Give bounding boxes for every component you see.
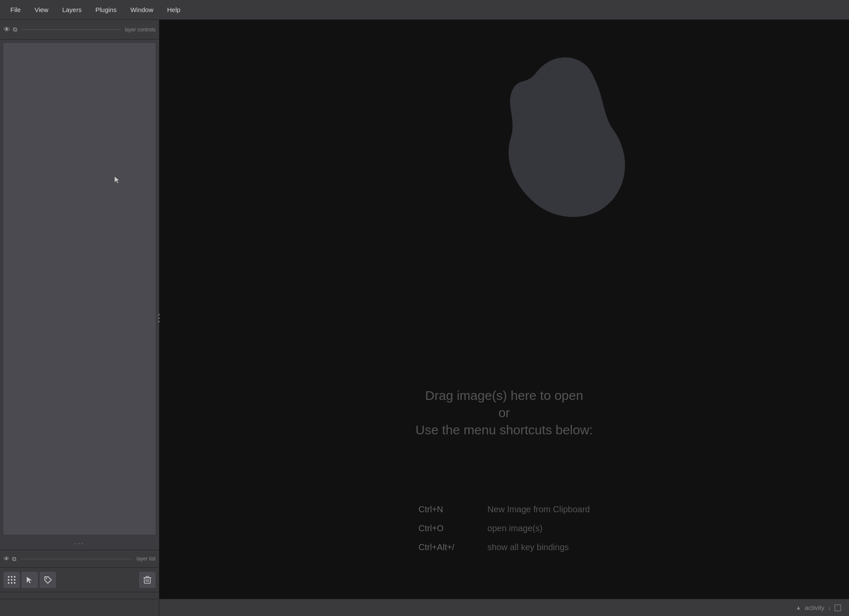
resize-dot — [158, 317, 160, 319]
delete-layer-button[interactable] — [139, 572, 155, 588]
shortcut-key-new: Ctrl+N — [419, 500, 479, 519]
resize-dot — [158, 314, 160, 316]
svg-point-7 — [8, 582, 9, 584]
svg-rect-14 — [146, 576, 149, 578]
svg-marker-10 — [27, 577, 32, 583]
menubar: File View Layers Plugins Window Help — [0, 0, 849, 20]
svg-point-2 — [11, 576, 12, 578]
activity-label[interactable]: activity — [805, 604, 824, 611]
tag-icon — [44, 576, 52, 584]
menu-view[interactable]: View — [28, 3, 54, 16]
cursor-icon — [115, 176, 120, 183]
layer-canvas — [3, 43, 155, 535]
trash-icon — [143, 576, 151, 584]
shortcut-key-open: Ctrl+O — [419, 519, 479, 538]
canvas-area[interactable]: Drag image(s) here to open or Use the me… — [159, 20, 849, 616]
menu-plugins[interactable]: Plugins — [89, 3, 122, 16]
resize-dot — [158, 321, 160, 322]
shortcut-row-new: Ctrl+N New Image from Clipboard — [419, 500, 590, 519]
layer-list-duplicate-icon[interactable]: ⧉ — [12, 555, 16, 563]
select-arrow-icon — [26, 576, 34, 584]
tag-tool-button[interactable] — [40, 572, 56, 588]
left-panel: 👁 ⧉ layer controls ··· 👁 ⧉ layer list — [0, 20, 159, 616]
svg-point-8 — [11, 582, 12, 584]
shortcuts-panel: Ctrl+N New Image from Clipboard Ctrl+O o… — [419, 500, 590, 557]
points-icon — [7, 576, 16, 584]
shortcut-row-bindings: Ctrl+Alt+/ show all key bindings — [419, 538, 590, 557]
menu-file[interactable]: File — [4, 3, 27, 16]
svg-point-5 — [11, 579, 12, 581]
layer-list-eye-icon[interactable]: 👁 — [3, 555, 9, 562]
statusbar-right: ▲ activity ↓ — [159, 604, 849, 611]
spinner-icon — [834, 604, 841, 611]
eye-icon[interactable]: 👁 — [3, 26, 10, 34]
layer-tools — [0, 568, 159, 592]
drag-text-line1: Drag image(s) here to open — [416, 388, 593, 403]
svg-point-4 — [8, 579, 9, 581]
svg-point-6 — [14, 579, 16, 581]
blob-shape — [468, 46, 649, 252]
svg-point-1 — [8, 576, 9, 578]
activity-download-icon: ↓ — [828, 604, 831, 611]
svg-point-9 — [14, 582, 16, 584]
activity-arrow-icon: ▲ — [796, 604, 801, 611]
statusbar: ▲ activity ↓ — [0, 599, 849, 616]
layer-controls-bar: 👁 ⧉ layer controls — [0, 20, 159, 40]
menu-window[interactable]: Window — [124, 3, 159, 16]
drag-text-line3: Use the menu shortcuts below: — [416, 423, 593, 437]
menu-layers[interactable]: Layers — [56, 3, 87, 16]
svg-point-11 — [46, 578, 47, 579]
panel-resize-handle[interactable] — [156, 305, 162, 331]
menu-help[interactable]: Help — [161, 3, 187, 16]
shortcut-desc-open: open image(s) — [488, 519, 543, 538]
canvas-resize-dots[interactable]: ··· — [74, 539, 84, 548]
shortcut-desc-bindings: show all key bindings — [488, 538, 569, 557]
layer-list-label: layer list — [137, 556, 155, 562]
layer-list-bar: 👁 ⧉ layer list — [0, 550, 159, 568]
shortcut-row-open: Ctrl+O open image(s) — [419, 519, 590, 538]
layer-controls-label: layer controls — [125, 27, 155, 33]
shortcut-key-bindings: Ctrl+Alt+/ — [419, 538, 479, 557]
drag-text-line2: or — [416, 406, 593, 420]
select-tool-button[interactable] — [22, 572, 38, 588]
points-tool-button[interactable] — [3, 572, 20, 588]
svg-point-3 — [14, 576, 16, 578]
svg-marker-0 — [115, 176, 119, 183]
duplicate-icon[interactable]: ⧉ — [13, 26, 17, 33]
shortcut-desc-new: New Image from Clipboard — [488, 500, 590, 519]
